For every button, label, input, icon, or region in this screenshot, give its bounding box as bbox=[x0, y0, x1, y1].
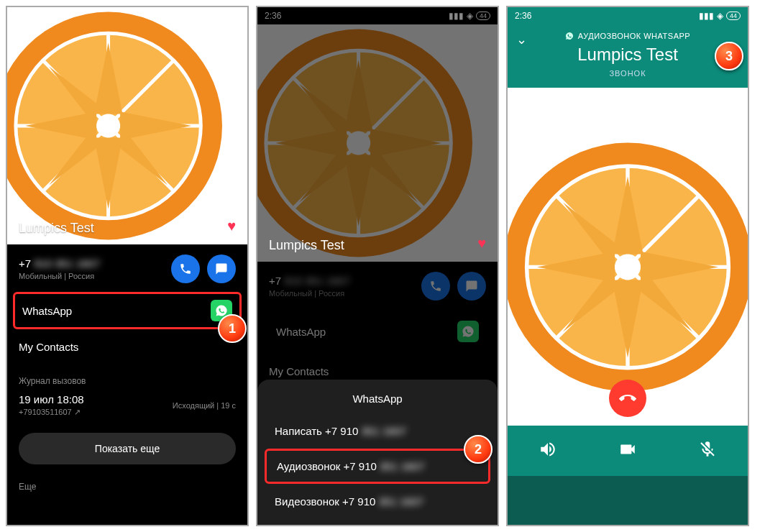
call-log-date: 19 июл 18:08 bbox=[19, 393, 173, 405]
call-log-label: Журнал вызовов bbox=[7, 370, 247, 389]
call-contact-name: Lumpics Test bbox=[508, 45, 748, 65]
mute-button[interactable] bbox=[698, 440, 717, 462]
more-section: Еще bbox=[7, 476, 247, 497]
video-button[interactable] bbox=[618, 440, 637, 462]
favorite-icon: ♥ bbox=[477, 235, 486, 252]
message-button bbox=[457, 272, 486, 301]
speaker-button[interactable] bbox=[539, 440, 557, 462]
screenshot-3: 2:36 ▮▮▮ ◈ 44 ⌄ АУДИОЗВОНОК WHATSAPP Lum… bbox=[508, 7, 748, 525]
sheet-title: WhatsApp bbox=[257, 380, 498, 413]
phone-row: +7 910 351 1607 Мобильный | Россия bbox=[257, 262, 498, 306]
contact-name: Lumpics Test bbox=[269, 238, 344, 253]
call-button[interactable] bbox=[171, 254, 200, 283]
call-controls bbox=[508, 426, 748, 476]
phone-row: +7 910 351 1607 Мобильный | Россия bbox=[7, 244, 247, 289]
screenshot-1: Lumpics Test ♥ +7 910 351 1607 Мобильный… bbox=[7, 7, 247, 525]
status-time: 2:36 bbox=[265, 11, 281, 21]
my-contacts-row[interactable]: My Contacts bbox=[7, 332, 247, 362]
signal-icon: ▮▮▮ bbox=[699, 11, 714, 21]
signal-icon: ▮▮▮ bbox=[449, 11, 464, 21]
call-log-number: +79103511607 ↗ bbox=[19, 408, 173, 417]
battery-icon: 44 bbox=[726, 12, 741, 20]
step-badge-3: 3 bbox=[715, 42, 743, 70]
whatsapp-row: WhatsApp bbox=[265, 311, 490, 352]
phone-number: +7 910 351 1607 bbox=[19, 257, 164, 270]
contact-name: Lumpics Test bbox=[19, 221, 94, 236]
end-call-button[interactable] bbox=[609, 380, 646, 417]
call-status: ЗВОНОК bbox=[508, 69, 748, 78]
sheet-option-message[interactable]: Написать +7 910 351 1607 bbox=[257, 413, 498, 449]
call-avatar bbox=[508, 137, 748, 396]
screenshot-2: 2:36 ▮▮▮ ◈ 44 Lumpics Test ♥ +7 910 351 … bbox=[257, 7, 498, 525]
show-more-button[interactable]: Показать еще bbox=[19, 433, 236, 464]
favorite-icon[interactable]: ♥ bbox=[227, 218, 236, 234]
call-log-type: Исходящий | 19 с bbox=[173, 401, 236, 410]
sheet-option-audiocall[interactable]: Аудиозвонок +7 910 351 1607 2 bbox=[265, 449, 490, 484]
status-time: 2:36 bbox=[515, 11, 531, 21]
chevron-down-icon[interactable]: ⌄ bbox=[516, 32, 527, 47]
whatsapp-row[interactable]: WhatsApp 1 bbox=[13, 292, 242, 329]
call-header: ⌄ АУДИОЗВОНОК WHATSAPP Lumpics Test ЗВОН… bbox=[508, 24, 748, 88]
status-bar: 2:36 ▮▮▮ ◈ 44 bbox=[508, 7, 748, 24]
call-button bbox=[421, 272, 450, 301]
call-avatar-area bbox=[508, 88, 748, 426]
battery-icon: 44 bbox=[476, 12, 490, 20]
whatsapp-icon bbox=[457, 321, 479, 342]
phone-type: Мобильный | Россия bbox=[19, 272, 164, 280]
step-badge-1: 1 bbox=[218, 314, 247, 343]
call-log-entry[interactable]: 19 июл 18:08 +79103511607 ↗ Исходящий | … bbox=[7, 389, 247, 421]
sheet-option-videocall[interactable]: Видеозвонок +7 910 351 1607 bbox=[257, 484, 498, 519]
wifi-icon: ◈ bbox=[467, 11, 473, 21]
whatsapp-action-sheet: WhatsApp Написать +7 910 351 1607 Аудиоз… bbox=[257, 380, 498, 525]
contact-avatar bbox=[7, 7, 227, 244]
status-bar: 2:36 ▮▮▮ ◈ 44 bbox=[257, 7, 498, 24]
wifi-icon: ◈ bbox=[717, 11, 723, 21]
contact-avatar-area: Lumpics Test ♥ bbox=[7, 7, 247, 244]
contact-avatar-area: Lumpics Test ♥ bbox=[257, 24, 498, 262]
call-type-label: АУДИОЗВОНОК WHATSAPP bbox=[508, 32, 748, 40]
whatsapp-label: WhatsApp bbox=[22, 305, 211, 317]
step-badge-2: 2 bbox=[464, 435, 493, 464]
message-button[interactable] bbox=[207, 254, 236, 283]
